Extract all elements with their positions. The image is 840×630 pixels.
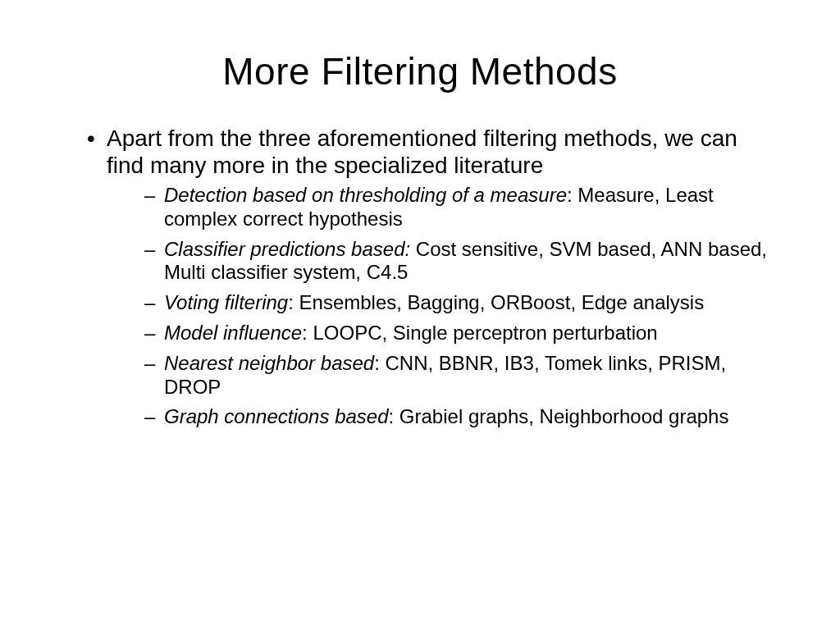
main-bullet-text: Apart from the three aforementioned filt…	[107, 126, 737, 178]
sub-item: Model influence: LOOPC, Single perceptro…	[139, 322, 774, 345]
sub-item: Detection based on thresholding of a mea…	[139, 184, 774, 231]
main-bullet: Apart from the three aforementioned filt…	[82, 125, 774, 429]
sub-item-text: : Grabiel graphs, Neighborhood graphs	[389, 405, 729, 427]
sub-item-label: Graph connections based	[164, 405, 389, 427]
sub-item: Classifier predictions based: Cost sensi…	[139, 238, 774, 285]
sub-item-label: Voting filtering	[164, 291, 288, 313]
sub-list: Detection based on thresholding of a mea…	[107, 184, 774, 429]
sub-item: Graph connections based: Grabiel graphs,…	[139, 405, 774, 429]
sub-item-label: Detection based on thresholding of a mea…	[164, 184, 567, 206]
sub-item: Nearest neighbor based: CNN, BBNR, IB3, …	[139, 352, 774, 399]
sub-item-label: Nearest neighbor based	[164, 352, 374, 374]
slide-title: More Filtering Methods	[66, 49, 774, 94]
sub-item-text: : Ensembles, Bagging, ORBoost, Edge anal…	[288, 291, 704, 313]
sub-item: Voting filtering: Ensembles, Bagging, OR…	[139, 291, 774, 315]
main-list: Apart from the three aforementioned filt…	[66, 125, 774, 429]
sub-item-text: : LOOPC, Single perceptron perturbation	[302, 322, 658, 344]
sub-item-label: Classifier predictions based:	[164, 238, 410, 260]
sub-item-label: Model influence	[164, 322, 302, 344]
